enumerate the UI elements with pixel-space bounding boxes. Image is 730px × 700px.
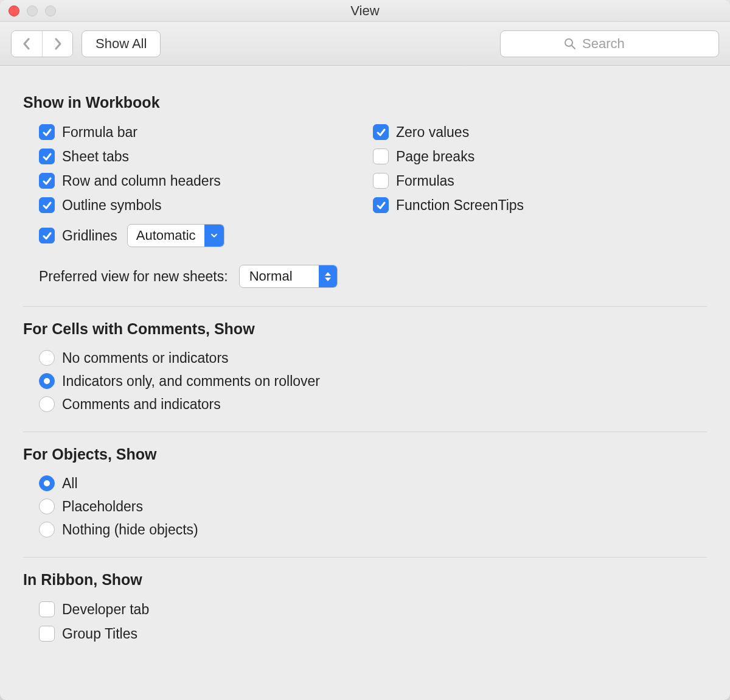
checkbox-label: Group Titles [62,626,137,642]
preferred-view-row: Preferred view for new sheets: Normal [23,262,707,290]
radio-row-objects-nothing[interactable]: Nothing (hide objects) [39,518,707,541]
checkbox-row-col-headers[interactable] [39,173,55,189]
radio-label: Nothing (hide objects) [62,522,198,538]
section-title-ribbon: In Ribbon, Show [23,571,707,589]
radio-row-objects-placeholders[interactable]: Placeholders [39,495,707,518]
back-button[interactable] [12,31,42,57]
checkbox-label: Row and column headers [62,173,221,189]
checkbox-row-group-titles[interactable]: Group Titles [39,621,707,646]
radio-label: No comments or indicators [62,350,229,366]
checkbox-row-zero-values[interactable]: Zero values [373,120,707,144]
search-icon [564,38,576,50]
checkbox-label: Function ScreenTips [396,197,524,214]
preferred-view-select[interactable]: Normal [239,265,338,288]
chevron-right-icon [53,38,63,50]
checkbox-row-sheet-tabs[interactable]: Sheet tabs [39,144,373,169]
section-title-objects: For Objects, Show [23,446,707,463]
checkbox-row-row-col-headers[interactable]: Row and column headers [39,169,373,193]
checkbox-formula-bar[interactable] [39,124,55,140]
radio-comments-and-indicators[interactable] [39,396,55,412]
radio-no-comments[interactable] [39,350,55,366]
search-input[interactable] [582,36,655,52]
preferred-view-label: Preferred view for new sheets: [39,268,228,285]
zoom-window-button[interactable] [45,5,56,16]
checkbox-label: Sheet tabs [62,149,129,165]
minimize-window-button[interactable] [27,5,38,16]
radio-label: Comments and indicators [62,396,221,413]
radio-label: Placeholders [62,499,143,515]
objects-radio-group: All Placeholders Nothing (hide objects) [23,472,707,541]
radio-label: Indicators only, and comments on rollove… [62,373,320,390]
select-value: Automatic [128,228,204,243]
checkbox-sheet-tabs[interactable] [39,149,55,164]
checkbox-label: Page breaks [396,149,474,165]
radio-objects-placeholders[interactable] [39,499,55,514]
checkbox-row-developer-tab[interactable]: Developer tab [39,597,707,621]
checkbox-gridlines[interactable] [39,228,55,243]
radio-row-no-comments[interactable]: No comments or indicators [39,346,707,369]
comments-radio-group: No comments or indicators Indicators onl… [23,346,707,416]
radio-objects-nothing[interactable] [39,522,55,537]
toolbar: Show All [0,22,730,66]
show-in-workbook-grid: Formula bar Sheet tabs Row and column he… [23,120,707,251]
radio-row-comments-and-indicators[interactable]: Comments and indicators [39,393,707,416]
radio-row-objects-all[interactable]: All [39,472,707,495]
nav-segment [11,30,73,57]
checkbox-function-screentips[interactable] [373,197,389,213]
radio-objects-all[interactable] [39,475,55,491]
checkbox-row-gridlines: Gridlines Automatic [39,220,373,251]
checkbox-label: Gridlines [62,228,117,244]
content-area: Show in Workbook Formula bar Sheet tabs … [0,66,730,658]
section-title-comments: For Cells with Comments, Show [23,320,707,338]
checkbox-formulas[interactable] [373,173,389,189]
chevron-down-icon [204,225,224,247]
checkbox-label: Outline symbols [62,197,162,214]
checkbox-label: Formulas [396,173,454,189]
ribbon-checkbox-group: Developer tab Group Titles [23,597,707,646]
select-value: Normal [240,268,319,284]
up-down-arrows-icon [319,265,337,287]
preferences-window: View Show All Show in Workbook Formula b… [0,0,730,700]
svg-line-1 [572,46,575,49]
show-all-button[interactable]: Show All [82,30,161,57]
checkbox-developer-tab[interactable] [39,601,55,617]
radio-label: All [62,475,78,492]
chevron-left-icon [22,38,32,50]
checkbox-row-formula-bar[interactable]: Formula bar [39,120,373,144]
forward-button[interactable] [42,31,72,57]
checkbox-label: Zero values [396,124,469,141]
checkbox-row-formulas[interactable]: Formulas [373,169,707,193]
titlebar: View [0,0,730,22]
separator [23,557,707,558]
checkbox-zero-values[interactable] [373,124,389,140]
checkbox-outline-symbols[interactable] [39,197,55,213]
checkbox-row-outline-symbols[interactable]: Outline symbols [39,193,373,217]
separator [23,432,707,432]
gridlines-color-select[interactable]: Automatic [127,224,224,247]
checkbox-group-titles[interactable] [39,626,55,642]
checkbox-label: Formula bar [62,124,137,141]
radio-row-indicators-only[interactable]: Indicators only, and comments on rollove… [39,369,707,393]
separator [23,306,707,307]
checkbox-page-breaks[interactable] [373,149,389,164]
checkbox-label: Developer tab [62,601,149,618]
radio-indicators-only[interactable] [39,373,55,389]
window-title: View [0,3,730,19]
checkbox-row-page-breaks[interactable]: Page breaks [373,144,707,169]
window-controls [9,5,56,16]
svg-point-0 [565,39,572,46]
checkbox-row-function-screentips[interactable]: Function ScreenTips [373,193,707,217]
close-window-button[interactable] [9,5,19,16]
section-title-show-in-workbook: Show in Workbook [23,94,707,111]
search-field-wrap[interactable] [500,30,719,57]
